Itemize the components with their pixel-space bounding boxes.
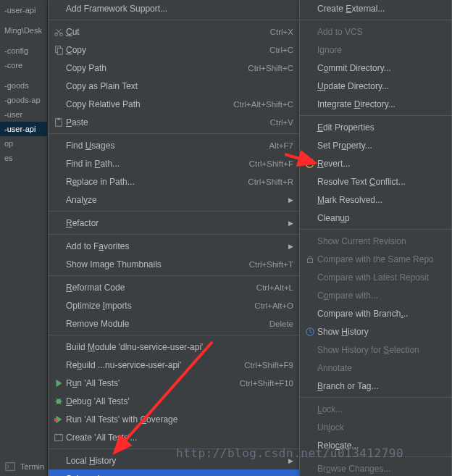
main-menu-item[interactable]: Analyze▶ [49,191,299,209]
menu-item-label: Show History for Selection [317,345,445,355]
menu-item-shortcut: Ctrl+X [263,28,293,36]
svg-rect-7 [54,418,57,421]
sub-menu-item[interactable]: Commit Directory... [300,59,451,77]
menu-item-label: Update Directory... [317,81,445,91]
main-menu-item[interactable]: Add to Favorites▶ [49,237,299,255]
menu-item-label: Remove Module [66,319,262,329]
terminal-tool-window-tab[interactable]: Termin [3,462,44,472]
main-menu-item[interactable]: Debug 'All Tests' [49,392,299,410]
sub-menu-item: Show History for Selection [300,341,451,359]
sidebar-item[interactable] [0,38,47,43]
sub-menu-item[interactable]: Update Directory... [300,77,451,95]
menu-item-label: Add Framework Support... [66,4,293,14]
sub-menu-item[interactable]: Mark Resolved... [300,191,451,209]
main-menu-item[interactable]: Show Image ThumbnailsCtrl+Shift+T [49,255,299,273]
main-menu-item[interactable]: Build Module 'dlnu-service-user-api' [49,338,299,356]
menu-item-label: Relocate... [317,440,445,451]
sub-menu-item[interactable]: Revert... [300,154,451,172]
sidebar-item[interactable]: -goods [0,78,47,93]
sidebar-item[interactable]: -user-api [0,3,47,17]
menu-item-label: Cleanup [317,213,445,223]
sidebar-item[interactable]: op [0,136,47,151]
main-menu-item[interactable]: Replace in Path...Ctrl+Shift+R [49,172,299,191]
main-menu-item[interactable]: Remove ModuleDelete [49,314,299,333]
sub-menu-item[interactable]: Integrate Directory... [300,95,451,113]
menu-item-label: Create External... [317,4,445,14]
menu-item-label: Show Current Revision [317,236,445,246]
main-menu-item[interactable]: Add Framework Support... [49,0,299,17]
main-menu-item[interactable]: CutCtrl+X [49,22,299,41]
menu-item-label: Show History [317,327,445,337]
menu-item-label: Optimize Imports [66,301,247,311]
submenu-arrow-icon: ▶ [286,243,293,250]
sidebar-item[interactable] [0,72,47,78]
menu-separator [49,211,299,212]
menu-item-label: Run 'All Tests' [66,378,233,388]
sub-menu-item[interactable]: Cleanup [300,209,451,227]
sidebar-item[interactable]: es [0,151,47,165]
main-menu-item[interactable]: Create 'All Tests'... [49,428,299,446]
sub-menu-item[interactable]: Set Property... [300,136,451,154]
menu-item-label: Refactor [66,218,286,228]
menu-item-label: Add to VCS [317,27,445,37]
main-menu-item[interactable]: Copy PathCtrl+Shift+C [49,59,299,77]
main-menu-item[interactable]: Copy Relative PathCtrl+Alt+Shift+C [49,95,299,113]
sidebar-item[interactable]: -config [0,43,47,58]
menu-item-label: Replace in Path... [66,177,240,187]
sidebar-item[interactable]: -goods-ap [0,93,47,107]
main-menu-item[interactable]: Run 'All Tests' with Coverage [49,410,299,428]
sidebar-item[interactable]: -user-api [0,122,47,136]
menu-item-shortcut: Delete [262,320,293,328]
menu-item-label: Unlock [317,422,445,433]
menu-separator [300,229,451,230]
main-menu-item[interactable]: Refactor▶ [49,214,299,232]
main-menu-item[interactable]: Rebuild ...nu-service-user-api'Ctrl+Shif… [49,356,299,374]
menu-item-label: Copy as Plain Text [66,81,293,91]
menu-item-label: Annotate [317,363,445,373]
main-menu-item[interactable]: PasteCtrl+V [49,113,299,131]
sub-menu-item[interactable]: Relocate... [300,436,451,454]
run-icon [51,378,66,388]
sidebar-item[interactable]: -user [0,107,47,122]
sidebar-item[interactable]: -core [0,58,47,72]
menu-item-label: Debug 'All Tests' [66,396,293,406]
menu-item-label: Build Module 'dlnu-service-user-api' [66,342,293,352]
history-icon [303,327,317,337]
terminal-icon [3,462,17,472]
main-menu-item[interactable]: Run 'All Tests'Ctrl+Shift+F10 [49,374,299,392]
menu-item-label: Lock... [317,404,445,414]
menu-item-shortcut: Ctrl+Alt+O [247,301,293,310]
svg-rect-8 [55,434,63,440]
menu-separator [300,456,451,457]
main-menu-item[interactable]: Optimize ImportsCtrl+Alt+O [49,296,299,314]
svg-rect-9 [308,259,313,262]
sub-menu-item[interactable]: Create External... [300,0,451,17]
main-menu-item[interactable]: Subversion▶ [49,469,299,476]
project-sidebar[interactable]: -user-apiMing\Desk-config-core-goods-goo… [0,0,48,476]
sub-menu-item: Compare with the Same Repo [300,250,451,268]
sidebar-item[interactable] [0,17,47,23]
sub-menu-item[interactable]: Show History [300,322,451,341]
main-menu-item[interactable]: CopyCtrl+C [49,41,299,59]
menu-item-label: Resolve Text Conflict... [317,177,445,187]
sub-menu-item[interactable]: Resolve Text Conflict... [300,172,451,191]
menu-item-label: Subversion [66,474,286,477]
sidebar-item[interactable]: Ming\Desk [0,23,47,38]
main-menu-item[interactable]: Find in Path...Ctrl+Shift+F [49,154,299,172]
sub-menu-item[interactable]: Edit Properties [300,118,451,136]
sub-menu-item[interactable]: Compare with Branch... [300,304,451,322]
menu-item-label: Compare with Branch... [317,309,445,319]
main-menu-item[interactable]: Local History▶ [49,451,299,469]
menu-item-label: Mark Resolved... [317,195,445,205]
revert-icon [303,159,317,169]
menu-item-label: Local History [66,456,286,466]
main-menu-item[interactable]: Reformat CodeCtrl+Alt+L [49,278,299,296]
menu-item-label: Browse Changes... [317,464,445,474]
main-menu-item[interactable]: Copy as Plain Text [49,77,299,95]
menu-item-shortcut: Ctrl+Shift+C [240,64,293,72]
menu-item-shortcut: Ctrl+Alt+Shift+C [226,100,293,109]
menu-separator [300,20,451,20]
main-menu-item[interactable]: Find UsagesAlt+F7 [49,136,299,154]
sub-menu-item[interactable]: Branch or Tag... [300,377,451,395]
menu-item-label: Commit Directory... [317,63,445,73]
